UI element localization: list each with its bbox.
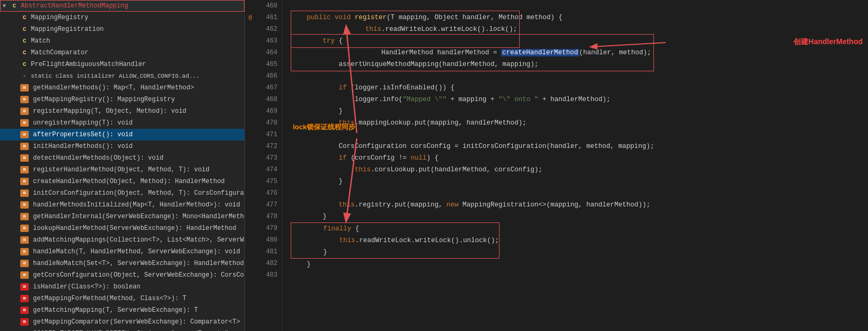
sidebar-label-27: getMappingComparator(ServerWebExchange):…: [33, 318, 240, 326]
method-icon-23: m: [20, 271, 29, 279]
method-icon-8: m: [20, 96, 29, 103]
class-icon-1: C: [20, 13, 29, 22]
code-line-468: logger.info("Mapped \"" + mapping + "\" …: [291, 94, 868, 105]
sidebar-item-inithandlermethods[interactable]: m initHandlerMethods(): void: [0, 140, 244, 152]
sidebar-item-addmatchingmappings[interactable]: m addMatchingMappings(Collection<T>, Lis…: [0, 234, 244, 246]
sidebar-label-16: initCorsConfiguration(Object, Method, T)…: [33, 189, 244, 197]
sidebar-item-detecthandlermethods[interactable]: m detectHandlerMethods(Object): void: [0, 152, 244, 164]
sidebar-label-15: createHandlerMethod(Object, Method): Han…: [33, 178, 225, 185]
sidebar-item-getmatchingmapping[interactable]: m getMatchingMapping(T, ServerWebExchang…: [0, 304, 244, 316]
sidebar-label-26: getMatchingMapping(T, ServerWebExchange)…: [33, 307, 198, 314]
code-line-479: finally {: [291, 223, 499, 235]
gutter: @: [245, 0, 256, 331]
sidebar-item-lookuphandlermethod[interactable]: m lookupHandlerMethod(ServerWebExchange)…: [0, 222, 244, 234]
sidebar-label-25: getMappingForMethod(Method, Class<?>): T: [33, 295, 186, 302]
sidebar-label-2: MappingRegistration: [31, 26, 104, 33]
class-icon-3: C: [20, 37, 29, 45]
sidebar-label-7: getHandlerMethods(): Map<T, HandlerMetho…: [33, 84, 194, 92]
code-line-474: this.corsLookup.put(handlerMethod, corsC…: [291, 164, 868, 176]
sidebar-label-root: AbstractHandlerMethodMapping: [21, 2, 128, 10]
sidebar-label-14: registerHandlerMethod(Object, Method, T)…: [33, 166, 209, 173]
method-icon-18: m: [20, 213, 29, 220]
code-line-466: [291, 70, 868, 82]
tree-arrow-root: ▼: [3, 3, 9, 9]
class-icon: C: [10, 2, 19, 10]
sidebar-label-23: getCorsConfiguration(Object, ServerWebEx…: [33, 271, 244, 279]
class-icon-2: C: [20, 25, 29, 34]
method-icon-14: m: [20, 166, 29, 173]
sidebar-item-registermapping[interactable]: m registerMapping(T, Object, Method): vo…: [0, 105, 244, 117]
code-content: public void register(T mapping, Object h…: [282, 0, 868, 331]
code-line-469: }: [291, 105, 868, 117]
code-line-465: assertUniqueMethodMapping(handlerMethod,…: [291, 59, 868, 70]
method-icon-17: m: [20, 201, 29, 209]
sidebar-label-12: initHandlerMethods(): void: [33, 143, 133, 150]
sidebar-item-getmappingformethod[interactable]: m getMappingForMethod(Method, Class<?>):…: [0, 293, 244, 304]
method-icon-20: m: [20, 236, 29, 244]
method-icon-27: m: [20, 318, 29, 326]
code-line-470: this.mappingLookup.put(mapping, handlerM…: [291, 117, 868, 129]
static-icon: ⚡: [20, 72, 29, 80]
sidebar-item-handlematch[interactable]: m handleMatch(T, HandlerMethod, ServerWe…: [0, 246, 244, 258]
sidebar-label-6: static class initializer ALLOW_CORS_CONF…: [31, 73, 200, 79]
method-icon-22: m: [20, 260, 29, 267]
sidebar-item-mappingregistry[interactable]: C MappingRegistry: [0, 12, 244, 23]
sidebar-item-createhandlermethod[interactable]: m createHandlerMethod(Object, Method): H…: [0, 176, 244, 187]
class-icon-4: C: [20, 48, 29, 57]
code-line-481: }: [291, 246, 499, 258]
sidebar-item-static[interactable]: ⚡ static class initializer ALLOW_CORS_CO…: [0, 70, 244, 82]
sidebar-item-matchcomparator[interactable]: C MatchComparator: [0, 47, 244, 59]
sidebar-label-1: MappingRegistry: [31, 14, 88, 21]
finally-block: finally { this.readWriteLock.writeLock()…: [291, 222, 499, 259]
method-icon-15: m: [20, 178, 29, 185]
code-line-478: }: [291, 211, 868, 222]
sidebar-item-handlermethodsinit[interactable]: m handlerMethodsInitialized(Map<T, Handl…: [0, 199, 244, 211]
code-line-464: HandlerMethod handlerMethod = createHand…: [291, 47, 868, 59]
sidebar: ▼ C AbstractHandlerMethodMapping C Mappi…: [0, 0, 245, 331]
method-icon-19: m: [20, 225, 29, 232]
sidebar-label-22: handleNoMatch(Set<T>, ServerWebExchange)…: [33, 260, 244, 267]
sidebar-item-registerhandlermethod[interactable]: m registerHandlerMethod(Object, Method, …: [0, 164, 244, 176]
code-line-473: if (corsConfig != null) {: [291, 152, 868, 164]
code-line-476: [291, 187, 868, 199]
method-icon-9: m: [20, 107, 29, 115]
sidebar-item-getmappingregistry[interactable]: m getMappingRegistry(): MappingRegistry: [0, 94, 244, 105]
class-icon-5: C: [20, 60, 29, 69]
sidebar-item-initcors[interactable]: m initCorsConfiguration(Object, Method, …: [0, 187, 244, 199]
sidebar-item-getcorsconfiguration[interactable]: m getCorsConfiguration(Object, ServerWeb…: [0, 269, 244, 281]
sidebar-item-getmappingcomparator[interactable]: m getMappingComparator(ServerWebExchange…: [0, 316, 244, 328]
sidebar-label-4: MatchComparator: [31, 49, 88, 56]
code-line-475: }: [291, 176, 868, 187]
method-icon-10: m: [20, 119, 29, 127]
sidebar-item-unregistermapping[interactable]: m unregisterMapping(T): void: [0, 117, 244, 129]
sidebar-label-5: PreFlightAmbiguousMatchHandler: [31, 61, 146, 68]
method-icon-12: m: [20, 143, 29, 150]
sidebar-label-17: handlerMethodsInitialized(Map<T, Handler…: [33, 201, 240, 209]
sidebar-label-8: getMappingRegistry(): MappingRegistry: [33, 96, 175, 103]
code-line-477: this.registry.put(mapping, new MappingRe…: [291, 199, 868, 211]
sidebar-item-gethandlermethods[interactable]: m getHandlerMethods(): Map<T, HandlerMet…: [0, 82, 244, 94]
code-line-460: [291, 0, 868, 12]
sidebar-item-gethandlerinternal[interactable]: m getHandlerInternal(ServerWebExchange):…: [0, 211, 244, 222]
method-icon-16: m: [20, 189, 29, 197]
code-line-482: }: [291, 259, 868, 270]
code-line-472: CorsConfiguration corsConfig = initCorsC…: [291, 140, 868, 152]
code-line-471: [291, 129, 868, 140]
sidebar-label-21: handleMatch(T, HandlerMethod, ServerWebE…: [33, 248, 240, 255]
sidebar-item-preflight[interactable]: C PreFlightAmbiguousMatchHandler: [0, 59, 244, 70]
sidebar-item-mappingregistration[interactable]: C MappingRegistration: [0, 23, 244, 35]
line-numbers: 460 461 462 463 464 465 466 467 468 469 …: [256, 0, 282, 331]
sidebar-label-3: Match: [31, 37, 50, 45]
sidebar-item-ishandler[interactable]: m isHandler(Class<?>): boolean: [0, 281, 244, 293]
sidebar-label-24: isHandler(Class<?>): boolean: [33, 283, 141, 291]
method-icon-25: m: [20, 295, 29, 302]
sidebar-item-scopedtarget[interactable]: ■ SCOPED_TARGET_NAME_PREFIX: String = "s…: [0, 328, 244, 331]
sidebar-item-afterpropertiesset[interactable]: m afterPropertiesSet(): void: [0, 129, 244, 140]
sidebar-item-root[interactable]: ▼ C AbstractHandlerMethodMapping: [0, 0, 244, 12]
sidebar-label-13: detectHandlerMethods(Object): void: [33, 154, 163, 162]
code-line-483: [291, 270, 868, 282]
sidebar-item-match[interactable]: C Match: [0, 35, 244, 47]
sidebar-item-handlenomatch[interactable]: m handleNoMatch(Set<T>, ServerWebExchang…: [0, 258, 244, 269]
method-icon-7: m: [20, 84, 29, 92]
sidebar-label-20: addMatchingMappings(Collection<T>, List<…: [33, 236, 244, 244]
